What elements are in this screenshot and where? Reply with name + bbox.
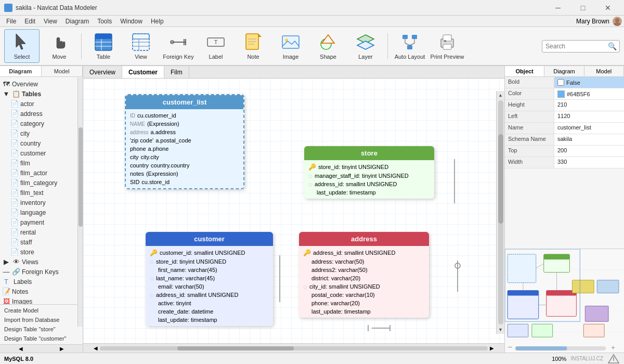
layer-tool[interactable]: Layer (348, 29, 383, 63)
cl-row-country: country country.country (130, 161, 239, 170)
cl-row-id: ID cu.customer_id (130, 111, 239, 120)
tree-notes[interactable]: 📝 Notes (0, 287, 83, 296)
left-panel-scrollbar[interactable] (77, 77, 83, 327)
note-tool[interactable]: Note (236, 29, 271, 63)
category-icon: 📄 (10, 120, 19, 127)
customer-icon: 📄 (10, 149, 19, 157)
svg-line-36 (405, 43, 410, 45)
tree-address[interactable]: 📄 address (0, 109, 83, 119)
tab-film[interactable]: Film (164, 66, 189, 78)
menu-help[interactable]: Help (147, 17, 168, 26)
autolayout-tool[interactable]: Auto Layout (392, 29, 427, 63)
addr-row-postal: postal_code: varchar(10) (303, 291, 425, 299)
tab-diagram[interactable]: Diagram (0, 66, 42, 76)
tree-country[interactable]: 📄 country (0, 138, 83, 148)
label-tool[interactable]: T Label (198, 29, 233, 63)
svg-rect-67 (508, 324, 528, 337)
svg-marker-30 (357, 41, 374, 49)
table-tool[interactable]: Table (86, 29, 121, 63)
tree-payment[interactable]: 📄 payment (0, 217, 83, 227)
payment-icon: 📄 (10, 218, 19, 226)
tree-tables[interactable]: ▼ 📋 Tables (0, 89, 83, 99)
right-tab-diagram[interactable]: Diagram (544, 66, 584, 76)
scroll-left-btn[interactable]: ◀ (0, 345, 42, 353)
right-panel-tabs: Object Diagram Model (505, 66, 624, 77)
tree-category[interactable]: 📄 category (0, 119, 83, 128)
tree-staff[interactable]: 📄 staff (0, 237, 83, 247)
svg-rect-31 (402, 35, 408, 39)
image-tool[interactable]: Image (273, 29, 308, 63)
tree-customer[interactable]: 📄 customer (0, 148, 83, 158)
right-tab-object[interactable]: Object (505, 66, 544, 76)
printpreview-tool[interactable]: Print Preview (430, 29, 465, 63)
menu-edit[interactable]: Edit (20, 17, 40, 26)
tab-customer[interactable]: Customer (122, 66, 164, 78)
tree-inventory[interactable]: 📄 inventory (0, 198, 83, 207)
menu-view[interactable]: View (40, 17, 61, 26)
table-store[interactable]: store 🔑store_id: tinyint UNSIGNED ◇manag… (304, 146, 434, 199)
search-container: 🔍 (542, 40, 620, 53)
cust-row-fname: first_name: varchar(45) (150, 266, 269, 274)
minimize-button[interactable]: ─ (546, 0, 570, 16)
store-body: 🔑store_id: tinyint UNSIGNED ◇manager_sta… (304, 160, 434, 199)
tree-fk[interactable]: — 🔗 Foreign Keys (0, 267, 83, 277)
scroll-right-btn[interactable]: ▶ (42, 345, 83, 353)
addr-row-addr2: address2: varchar(50) (303, 266, 425, 274)
store-row-address: ◇address_id: smallint UNSIGNED (308, 180, 430, 188)
table-customer[interactable]: customer 🔑customer_id: smallint UNSIGNED… (146, 232, 273, 326)
vscroll-up-btn[interactable]: ▲ (497, 91, 505, 99)
maximize-button[interactable]: □ (571, 0, 595, 16)
search-input[interactable] (545, 43, 608, 50)
tree-overview[interactable]: 🗺 Overview (0, 79, 83, 89)
svg-marker-28 (322, 35, 334, 43)
table-address[interactable]: address 🔑address_id: smallint UNSIGNED a… (299, 232, 429, 318)
tab-overview[interactable]: Overview (83, 66, 122, 78)
right-panel: Object Diagram Model Bold False Color #6… (504, 66, 624, 353)
customer-list-body: ID cu.customer_id NAME (Expression) addr… (126, 109, 243, 188)
tree-views[interactable]: ▶ 👁 Views (0, 257, 83, 267)
search-box[interactable]: 🔍 (542, 40, 620, 53)
canvas-vscrollbar[interactable]: ▲ ▼ (496, 91, 504, 334)
hscroll-left-btn[interactable]: ◀ (94, 345, 98, 351)
design-store-btn[interactable]: Design Table "store" (0, 324, 83, 334)
mini-map[interactable]: − + (505, 249, 624, 353)
tree-actor[interactable]: 📄 actor (0, 99, 83, 109)
select-tool[interactable]: Select (4, 29, 40, 63)
import-db-btn[interactable]: Import from Database (0, 315, 83, 324)
close-button[interactable]: ✕ (596, 0, 620, 16)
svg-rect-72 (597, 280, 619, 293)
diagram-canvas[interactable]: customer_list ID cu.customer_id NAME (Ex… (83, 79, 504, 343)
foreignkey-tool[interactable]: Foreign Key (161, 29, 196, 63)
tree-labels[interactable]: T Labels (0, 277, 83, 287)
tree-film[interactable]: 📄 film (0, 158, 83, 168)
tree-language[interactable]: 📄 language (0, 207, 83, 217)
tree-store[interactable]: 📄 store (0, 247, 83, 257)
tree-film-category[interactable]: 📄 film_category (0, 178, 83, 188)
bold-checkbox[interactable] (557, 79, 564, 86)
menu-bar: File Edit View Diagram Tools Window Help… (0, 16, 624, 27)
tree-images[interactable]: 🖼 Images (0, 296, 83, 304)
canvas-hscrollbar[interactable]: ◀ ▶ (83, 343, 504, 353)
film-actor-icon: 📄 (10, 169, 19, 177)
menu-diagram[interactable]: Diagram (61, 17, 93, 26)
autolayout-icon (400, 33, 419, 51)
hscroll-right-btn[interactable]: ▶ (490, 345, 494, 351)
menu-tools[interactable]: Tools (93, 17, 116, 26)
design-customer-btn[interactable]: Design Table "customer" (0, 334, 83, 343)
move-tool[interactable]: Move (42, 29, 77, 63)
create-model-btn[interactable]: Create Model (0, 306, 83, 315)
cust-row-create: create_date: datetime (150, 307, 269, 316)
table-customer-list[interactable]: customer_list ID cu.customer_id NAME (Ex… (125, 94, 244, 189)
tree-rental[interactable]: 📄 rental (0, 227, 83, 237)
vscroll-down-btn[interactable]: ▼ (497, 326, 505, 334)
view-tool[interactable]: View (123, 29, 159, 63)
tree-film-text[interactable]: 📄 film_text (0, 188, 83, 198)
menu-file[interactable]: File (2, 17, 20, 26)
tree-film-actor[interactable]: 📄 film_actor (0, 168, 83, 178)
tree-city[interactable]: 📄 city (0, 128, 83, 138)
name-value: customer_list (554, 123, 624, 134)
tab-model[interactable]: Model (42, 66, 83, 76)
shape-tool[interactable]: Shape (310, 29, 346, 63)
right-tab-model[interactable]: Model (584, 66, 624, 76)
menu-window[interactable]: Window (116, 17, 147, 26)
